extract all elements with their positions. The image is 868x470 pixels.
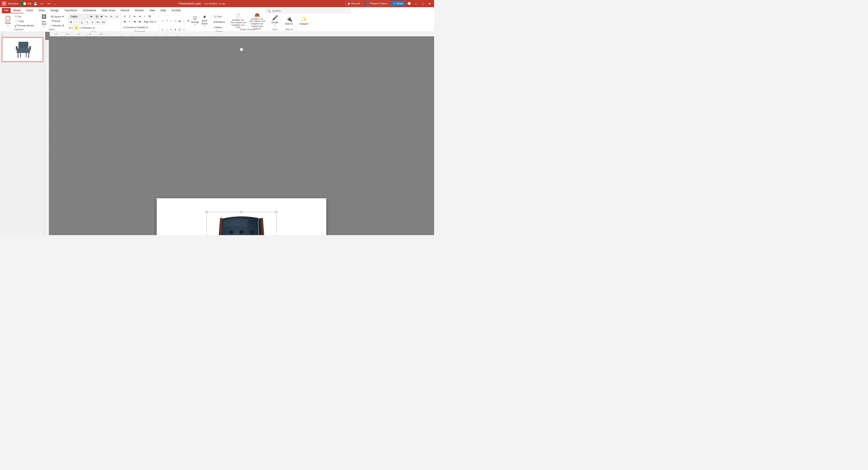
increase-font-btn[interactable]: A↑ — [104, 14, 109, 19]
svg-point-42 — [250, 230, 253, 234]
minimize-btn[interactable]: — — [413, 1, 419, 6]
slide-thumb[interactable] — [2, 37, 43, 62]
shape-line-btn[interactable]: ╱ — [160, 19, 164, 23]
slide-canvas[interactable] — [157, 198, 326, 236]
format-painter-btn[interactable]: 🖌 Format Painter — [14, 24, 35, 28]
font-name-select[interactable]: Calibri — [68, 14, 93, 19]
line-spacing-btn[interactable]: ↕ — [143, 14, 147, 19]
tab-design[interactable]: Design — [48, 8, 62, 13]
format-painter-icon: 🖌 — [15, 24, 17, 27]
tab-view[interactable]: View — [147, 8, 158, 13]
bold-btn[interactable]: B — [68, 20, 73, 25]
tab-insert[interactable]: Insert — [24, 8, 36, 13]
chair-svg — [157, 198, 326, 236]
editing-select-icon: ⌖ — [213, 26, 215, 29]
editing-select-btn[interactable]: ⌖ Select — [213, 25, 226, 30]
tab-record[interactable]: Record — [118, 8, 132, 13]
char-spacing-btn[interactable]: AV — [96, 20, 101, 25]
copy-btn[interactable]: 📄 Copy — [14, 19, 35, 23]
tab-file[interactable]: File — [2, 8, 11, 13]
maximize-btn[interactable]: □ — [420, 1, 426, 6]
shape-star-btn[interactable]: ★ — [174, 28, 178, 32]
text-dir-icon: ⟳ — [81, 27, 83, 29]
layout-btn[interactable]: ⊞ Layout ▼ — [51, 14, 65, 19]
new-slide-btn[interactable]: 🖼 NewSlide ▼ — [38, 14, 50, 28]
autosave-toggle[interactable] — [20, 2, 26, 5]
save-btn[interactable]: 💾 — [33, 1, 38, 6]
change-case-btn[interactable]: Aa — [101, 20, 106, 25]
shadow-btn[interactable]: S — [85, 20, 90, 25]
increase-indent-btn[interactable]: ⇥ — [137, 14, 142, 19]
decrease-font-btn[interactable]: A↓ — [110, 14, 114, 19]
shape-more2-btn[interactable]: ··· — [186, 28, 190, 32]
justify-btn[interactable]: ⬌ — [137, 20, 142, 24]
addins-btn[interactable]: 🔌 Add-ins — [284, 14, 294, 27]
adobe-label: Adobe Acrobat — [240, 28, 255, 31]
search-input[interactable] — [272, 9, 348, 12]
font-group: Calibri 32 A↑ A↓ A B I U S S̶ AV Aa — [67, 13, 121, 31]
shape-callout-btn[interactable]: 💬 — [178, 28, 182, 32]
tab-animations[interactable]: Animations — [80, 8, 99, 13]
convert-smartart-btn[interactable]: ⟳ Convert to SmartArt ▼ — [123, 25, 149, 30]
replace-btn[interactable]: ⇄ Replace — [213, 20, 226, 24]
arrange-btn[interactable]: ◫ Arrange ▼ — [191, 14, 200, 27]
shape-circle-btn[interactable]: ○ — [182, 19, 186, 23]
record-btn[interactable]: ⏺ Record — [345, 1, 362, 6]
undo-btn[interactable]: ↩ — [39, 1, 45, 6]
designer-btn[interactable]: ✨ Designer — [298, 14, 310, 27]
shape-rect2-btn[interactable]: ▬ — [178, 19, 182, 23]
text-dir-btn[interactable]: ⟳ Direction ▼ — [80, 25, 96, 30]
shape-curve-btn[interactable]: ∿ — [165, 28, 169, 32]
underline-btn[interactable]: U — [80, 20, 84, 25]
tab-slide-show[interactable]: Slide Show — [99, 8, 118, 13]
dictate-btn[interactable]: 🎤 Dictate ▼ — [270, 14, 280, 27]
clear-format-btn[interactable]: A — [115, 14, 119, 19]
adobe-acrobat-group: 📄 Erstellen von PDF-Dateien und Freigebe… — [228, 13, 268, 31]
section-btn[interactable]: ≡ Section ▼ — [51, 24, 65, 28]
find-btn[interactable]: 🔍 Find — [213, 14, 226, 19]
align-right-btn[interactable]: ➡ — [132, 20, 137, 24]
svg-rect-2 — [17, 49, 30, 53]
columns-btn[interactable]: ⊟ — [147, 14, 152, 19]
italic-btn[interactable]: I — [74, 20, 79, 25]
present-teams-btn[interactable]: 👥 Present Teams — [363, 1, 390, 6]
tab-transitions[interactable]: Transitions — [62, 8, 80, 13]
shape-arrow-btn[interactable]: ↗ — [165, 19, 169, 23]
rotation-handle[interactable] — [240, 48, 243, 51]
designer-group: ✨ Designer — [297, 13, 311, 31]
reset-btn[interactable]: ↺ Reset — [51, 19, 65, 23]
quick-styles-btn[interactable]: ◈ Quick Styles ▼ — [200, 14, 209, 27]
shape-rect-btn[interactable]: ▭ — [174, 19, 178, 23]
slide-canvas-wrap[interactable] — [49, 36, 434, 235]
font-size-select[interactable]: 32 — [94, 14, 103, 19]
redo-btn[interactable]: ↪ — [46, 1, 52, 6]
tab-help[interactable]: Help — [158, 8, 169, 13]
paste-btn[interactable]: 📋 Paste ▼ — [2, 14, 13, 28]
tab-review[interactable]: Review — [132, 8, 146, 13]
shape-eq-btn[interactable]: ≡ — [182, 28, 186, 32]
shape-more-btn[interactable]: ⊞ — [186, 19, 190, 23]
share-btn[interactable]: ↗ Share — [391, 1, 405, 6]
strikethrough-btn[interactable]: S̶ — [90, 20, 95, 25]
align-center-btn[interactable]: ↔ — [127, 20, 132, 24]
align-text-btn[interactable]: Align Text ▼ — [143, 19, 157, 24]
font-color-btn[interactable]: A▬ — [68, 25, 73, 30]
comments-btn[interactable]: 💬 — [406, 1, 412, 6]
align-left-btn[interactable]: ⬅ — [123, 20, 127, 24]
close-btn[interactable]: ✕ — [427, 1, 432, 6]
cut-btn[interactable]: ✂ Cut — [14, 14, 35, 19]
tab-acrobat[interactable]: Acrobat — [169, 8, 183, 13]
customize-btn[interactable]: ⌵ — [53, 1, 58, 6]
shape-pencil-btn[interactable]: ✎ — [169, 28, 173, 32]
highlight-color-btn[interactable]: A — [74, 25, 79, 30]
decrease-indent-btn[interactable]: ⇤ — [132, 14, 137, 19]
shape-freeform-btn[interactable]: ⬡ — [160, 28, 164, 32]
create-share-btn[interactable]: 📤 Erstellen von PDF-Dateien und Freigebe… — [248, 14, 266, 28]
create-pdf-btn[interactable]: 📄 Erstellen von PDF-Dateien und Freigebe… — [229, 14, 247, 28]
numbered-btn[interactable]: ⒈ — [127, 14, 132, 19]
tab-home[interactable]: Home — [11, 8, 24, 13]
shape-dbl-arrow-btn[interactable]: ↔ — [169, 19, 173, 23]
bullets-btn[interactable]: ≡ — [123, 14, 127, 19]
tab-draw[interactable]: Draw — [36, 8, 48, 13]
app-logo: P — [2, 1, 6, 6]
